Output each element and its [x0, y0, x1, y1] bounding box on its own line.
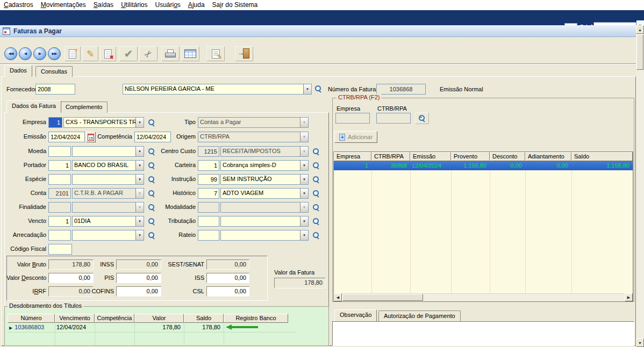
print-button[interactable] — [161, 46, 180, 61]
scroll-thumb[interactable] — [636, 34, 643, 70]
finalidade-code-input[interactable] — [48, 202, 71, 213]
arrecadacao-combo[interactable]: ▼ — [72, 230, 144, 241]
tributacao-search-button[interactable] — [312, 217, 321, 226]
nav-first-button[interactable]: ◀◀ — [4, 47, 17, 60]
modalidade-code-input[interactable] — [198, 202, 219, 213]
edit-button[interactable]: ✎ — [82, 46, 98, 61]
table-row-selected[interactable]: 1 36868 12/04/2024 1.158,80 0,00 0,00 1.… — [334, 161, 633, 170]
historico-search-button[interactable] — [312, 189, 321, 198]
centro-custo-combo[interactable]: RECEITA/IMPOSTOS ▼ — [220, 146, 309, 157]
codigo-fiscal-input[interactable] — [48, 244, 72, 255]
empresa-combo[interactable]: CXS - TRANSPORTES TRANS ▼ — [63, 117, 144, 128]
tributacao-combo[interactable]: ▼ — [220, 216, 309, 227]
portador-code-input[interactable] — [48, 160, 71, 171]
instrucao-search-button[interactable] — [312, 175, 321, 184]
ctrb-rpa-input[interactable] — [376, 113, 411, 124]
new-record-button[interactable]: ✶ — [65, 46, 81, 61]
column-header-ctrb-rpa[interactable]: CTRB/RPA — [371, 152, 410, 161]
tab-autorizacao-de-pagamento[interactable]: Autorização de Pagamento — [378, 310, 461, 321]
column-header-adiantamento[interactable]: Adiantamento — [525, 152, 571, 161]
ctrb-empresa-input[interactable] — [335, 113, 370, 124]
centro-custo-code-input[interactable] — [198, 146, 219, 157]
confirm-button[interactable]: ✔ — [119, 46, 138, 61]
column-header-numero[interactable]: Número — [8, 314, 55, 323]
menu-movimentacoes[interactable]: Movimentações — [37, 0, 90, 10]
observacao-memo[interactable] — [332, 321, 634, 346]
nav-next-button[interactable]: ▶ — [33, 47, 46, 60]
column-header-valor[interactable]: Valor — [134, 314, 184, 323]
historico-code-input[interactable] — [198, 188, 219, 199]
instrucao-code-input[interactable] — [198, 174, 219, 185]
especie-combo[interactable]: ▼ — [72, 174, 144, 185]
tab-observacao[interactable]: Observação — [334, 309, 377, 321]
chevron-down-icon[interactable]: ▼ — [135, 161, 144, 170]
empresa-code-input[interactable] — [48, 117, 62, 128]
rateio-combo[interactable]: ▼ — [220, 230, 309, 241]
conta-code-input[interactable] — [48, 188, 71, 199]
tab-dados-da-fatura[interactable]: Dados da Fatura — [6, 100, 61, 113]
carteira-code-input[interactable] — [198, 160, 219, 171]
ctrb-zoom-button[interactable]: + — [415, 112, 429, 124]
adicionar-button[interactable]: Adicionar — [334, 131, 377, 143]
scroll-right-button[interactable]: ▶ — [625, 293, 633, 301]
historico-combo[interactable]: ADTO VIAGEM ▼ — [220, 188, 309, 199]
nav-prev-button[interactable]: ◀ — [19, 47, 32, 60]
column-header-vencimento[interactable]: Vencimento — [55, 314, 95, 323]
vencto-combo[interactable]: 01DIA ▼ — [72, 216, 144, 227]
emissao-date-input[interactable] — [48, 132, 85, 142]
modalidade-search-button[interactable] — [312, 203, 321, 212]
fornecedor-search-button[interactable] — [314, 84, 323, 93]
menu-saidas[interactable]: Saídas — [90, 0, 117, 10]
numero-fatura-input[interactable] — [376, 84, 426, 95]
chevron-down-icon[interactable]: ▼ — [135, 216, 144, 226]
vertical-scrollbar[interactable] — [636, 25, 644, 347]
scroll-up-button[interactable]: ▲ — [636, 25, 644, 34]
column-header-competencia[interactable]: Competência — [95, 314, 134, 323]
column-header-empresa[interactable]: Empresa — [334, 152, 371, 161]
tributacao-code-input[interactable] — [198, 216, 219, 227]
chevron-down-icon[interactable]: ▼ — [300, 189, 308, 198]
chevron-down-icon[interactable]: ▼ — [135, 118, 144, 127]
column-header-desconto[interactable]: Desconto — [490, 152, 525, 161]
scroll-left-button[interactable]: ◀ — [334, 293, 342, 301]
column-header-provento[interactable]: Provento — [451, 152, 490, 161]
portador-combo[interactable]: BANCO DO BRASIL ▼ — [72, 160, 144, 171]
menu-sair-do-sistema[interactable]: Sair do Sistema — [209, 0, 262, 10]
origem-combo[interactable]: CTRB/RPA ▼ — [198, 132, 309, 142]
chevron-down-icon[interactable]: ▼ — [300, 230, 308, 240]
arrecadacao-code-input[interactable] — [48, 230, 71, 241]
finalidade-combo[interactable]: ▼ — [72, 202, 144, 213]
delete-button[interactable]: ✖ — [100, 46, 116, 61]
tab-dados[interactable]: Dados — [4, 65, 32, 77]
instrucao-combo[interactable]: SEM INSTRUÇÃO ▼ — [220, 174, 309, 185]
chevron-down-icon[interactable]: ▼ — [300, 161, 308, 170]
modalidade-combo[interactable]: ▼ — [220, 202, 309, 213]
rateio-code-input[interactable] — [198, 230, 219, 241]
moeda-code-input[interactable] — [48, 146, 71, 157]
column-header-saldo[interactable]: Saldo — [571, 152, 633, 161]
carteira-search-button[interactable] — [312, 161, 321, 170]
cofins-value[interactable]: 0,00 — [116, 286, 161, 297]
carteira-combo[interactable]: Cobrança simples-D ▼ — [220, 160, 309, 171]
nav-last-button[interactable]: ▶▶ — [48, 47, 61, 60]
cancel-button[interactable]: ✂ — [139, 46, 158, 61]
exit-button[interactable]: → — [235, 46, 253, 61]
rateio-search-button[interactable] — [312, 231, 321, 240]
tab-complemento[interactable]: Complemento — [60, 102, 108, 113]
tipo-combo[interactable]: Contas a Pagar ▼ — [198, 117, 309, 128]
chevron-down-icon[interactable]: ▼ — [135, 175, 144, 184]
conta-combo[interactable]: C.T.R.B. A PAGAR ▼ — [72, 188, 144, 199]
calendar-button[interactable]: 15 — [86, 132, 96, 142]
fornecedor-combo[interactable]: NELSON PEREIRA GARCIA - ME ▼ — [123, 84, 312, 95]
pis-value[interactable]: 0,00 — [116, 273, 161, 283]
menu-ajuda[interactable]: Ajuda — [184, 0, 209, 10]
scroll-down-button[interactable]: ▼ — [636, 338, 644, 347]
column-header-emissao[interactable]: Emissão — [410, 152, 451, 161]
especie-code-input[interactable] — [48, 174, 71, 185]
chevron-down-icon[interactable]: ▼ — [135, 230, 144, 240]
fornecedor-code-input[interactable] — [35, 84, 75, 95]
tab-consultas[interactable]: Consultas — [35, 66, 73, 77]
centro-custo-search-button[interactable] — [312, 147, 321, 156]
menu-utilitarios[interactable]: Utilitários — [117, 0, 151, 10]
chevron-down-icon[interactable]: ▼ — [300, 175, 308, 184]
